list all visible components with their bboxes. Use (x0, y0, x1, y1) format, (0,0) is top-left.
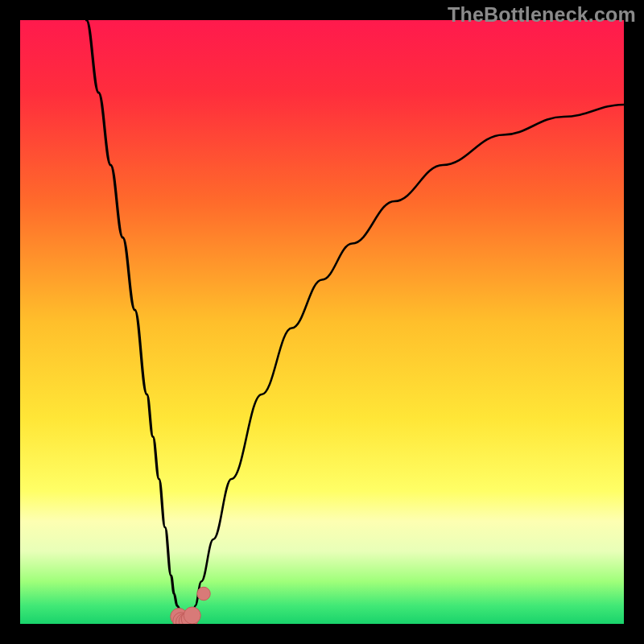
plot-area (20, 20, 624, 624)
data-marker (197, 587, 211, 601)
chart-frame: TheBottleneck.com (0, 0, 644, 644)
gradient-background (20, 20, 624, 624)
chart-svg (20, 20, 624, 624)
data-marker (184, 607, 200, 624)
attribution-label: TheBottleneck.com (448, 3, 636, 27)
